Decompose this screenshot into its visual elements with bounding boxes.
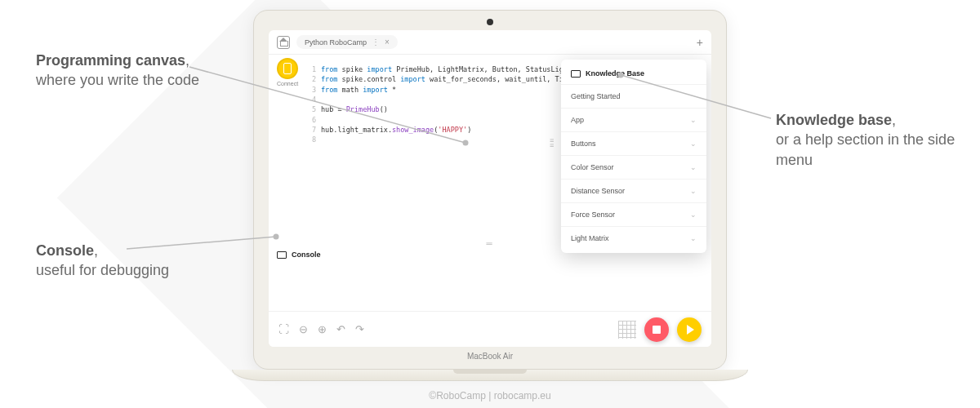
- kb-item-label: Light Matrix: [571, 234, 609, 242]
- kb-item[interactable]: Color Sensor⌄: [561, 155, 706, 179]
- annotation-programming-canvas: Programming canvas,where you write the c…: [36, 51, 224, 91]
- connect-label: Connect: [277, 81, 298, 86]
- top-bar: Python RoboCamp ⋮ × +: [269, 30, 711, 55]
- connect-button[interactable]: [277, 58, 298, 79]
- console-header[interactable]: Console: [277, 251, 321, 259]
- panel-drag-handle[interactable]: ═: [486, 239, 493, 248]
- hub-icon: [283, 63, 292, 74]
- undo-icon[interactable]: ↶: [336, 323, 345, 335]
- camera-dot: [487, 19, 493, 25]
- tab-close-icon[interactable]: ×: [385, 38, 390, 47]
- chevron-down-icon: ⌄: [690, 234, 697, 242]
- connect-block: Connect: [277, 58, 298, 86]
- chevron-down-icon: ⌄: [690, 211, 697, 219]
- home-icon[interactable]: [277, 36, 290, 49]
- play-button[interactable]: [677, 317, 702, 342]
- grid-icon[interactable]: [618, 321, 636, 339]
- chevron-down-icon: ⌄: [690, 163, 697, 171]
- tab-menu-icon[interactable]: ⋮: [372, 38, 380, 47]
- console-icon: [277, 251, 287, 259]
- fullscreen-icon[interactable]: ⛶: [278, 323, 289, 335]
- kb-item-label: Getting Started: [571, 92, 621, 100]
- bottom-toolbar: ⛶ ⊖ ⊕ ↶ ↷: [269, 311, 711, 347]
- annotation-knowledge-base: Knowledge base,or a help section in the …: [776, 110, 956, 170]
- redo-icon[interactable]: ↷: [355, 323, 364, 335]
- project-tab[interactable]: Python RoboCamp ⋮ ×: [296, 35, 398, 49]
- kb-item[interactable]: Force Sensor⌄: [561, 202, 706, 226]
- project-name: Python RoboCamp: [305, 38, 367, 47]
- kb-item[interactable]: Distance Sensor⌄: [561, 179, 706, 202]
- chevron-down-icon: ⌄: [690, 116, 697, 124]
- zoom-in-icon[interactable]: ⊕: [318, 323, 327, 335]
- stop-icon: [653, 326, 661, 334]
- kb-item[interactable]: Light Matrix⌄: [561, 226, 706, 250]
- play-icon: [687, 325, 694, 335]
- panel-drag-icon[interactable]: ≡≡: [550, 138, 554, 149]
- kb-item[interactable]: App⌄: [561, 108, 706, 131]
- stop-button[interactable]: [644, 317, 669, 342]
- laptop-frame: Python RoboCamp ⋮ × + Connect 1from spik…: [253, 10, 727, 381]
- new-tab-button[interactable]: +: [697, 36, 703, 49]
- app-screen: Python RoboCamp ⋮ × + Connect 1from spik…: [269, 30, 711, 347]
- chevron-down-icon: ⌄: [690, 187, 697, 195]
- kb-item-label: Color Sensor: [571, 163, 614, 171]
- kb-item-label: Distance Sensor: [571, 187, 625, 195]
- zoom-out-icon[interactable]: ⊖: [299, 323, 308, 335]
- book-icon: [571, 70, 581, 78]
- kb-item[interactable]: Getting Started: [561, 84, 706, 108]
- knowledge-base-panel: ≡≡ Knowledge Base Getting StartedApp⌄But…: [561, 60, 706, 253]
- footer-credit: ©RoboCamp | robocamp.eu: [429, 390, 550, 401]
- laptop-base: [232, 370, 748, 381]
- knowledge-base-title: Knowledge Base: [561, 66, 706, 84]
- annotation-console: Console,useful for debugging: [36, 241, 224, 281]
- kb-item-label: App: [571, 116, 584, 124]
- kb-item-label: Buttons: [571, 140, 596, 148]
- kb-item-label: Force Sensor: [571, 211, 615, 219]
- laptop-model-label: MacBook Air: [269, 352, 711, 361]
- chevron-down-icon: ⌄: [690, 140, 697, 148]
- kb-item[interactable]: Buttons⌄: [561, 131, 706, 155]
